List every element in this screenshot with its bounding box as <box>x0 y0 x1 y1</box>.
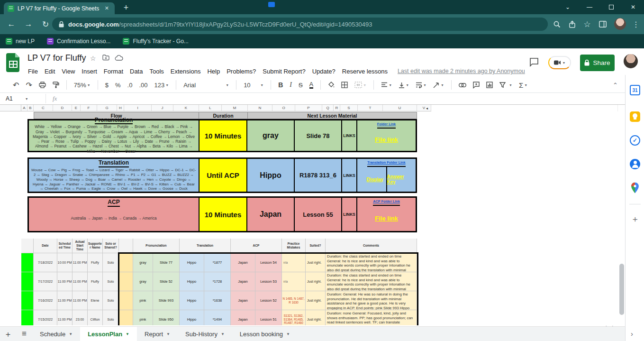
spacer-cell[interactable] <box>119 310 133 325</box>
zoom-select[interactable]: 75% ▼ <box>74 82 91 89</box>
translation-links-cell[interactable]: LINKS <box>342 159 357 192</box>
insert-comment-icon[interactable] <box>473 82 480 88</box>
history-header-cell[interactable]: Solo or Shared? <box>103 239 119 253</box>
history-header-cell[interactable]: Pronunciation <box>133 239 180 253</box>
column-header-C[interactable]: C <box>34 105 53 111</box>
join-call-button[interactable]: ▼ <box>548 56 571 69</box>
scheduled-time-cell[interactable]: 11:00 PM <box>57 291 73 310</box>
share-button[interactable]: Share <box>580 55 615 71</box>
pronunciation-links-cell[interactable]: LINKS <box>342 120 357 151</box>
column-header-N[interactable]: N <box>248 105 272 111</box>
pronunciation-file-link[interactable]: File link <box>375 129 398 151</box>
history-header-cell[interactable]: Practice Mistakes <box>282 239 306 253</box>
chrome-dropdown-icon[interactable]: ⌄ <box>557 0 579 14</box>
merge-cells-icon[interactable]: ▼ <box>354 82 366 88</box>
sheet-tab-lesson-booking[interactable]: Lesson booking▼ <box>232 327 298 341</box>
share-page-icon[interactable] <box>566 18 578 30</box>
solo-shared-cell[interactable]: Solo <box>103 291 119 310</box>
browser-profile-avatar[interactable] <box>614 18 626 30</box>
menu-submit-report[interactable]: Submit Report? <box>259 68 308 75</box>
sheet-canvas[interactable]: Flow Duration Next Lesson Material Pronu… <box>0 111 618 325</box>
column-header-E[interactable]: E <box>72 105 81 111</box>
spacer-cell[interactable] <box>119 253 133 272</box>
pron-slide-cell[interactable]: Slide 52 <box>153 272 180 291</box>
add-shortcut-icon[interactable] <box>102 55 109 62</box>
acp-sequence[interactable]: Australia → Japan → India → Canada → Ame… <box>69 207 158 231</box>
translation-slide-cell[interactable]: R1878 313_6 <box>295 159 342 192</box>
column-header-S[interactable]: S <box>340 105 358 111</box>
insert-chart-icon[interactable] <box>486 82 493 88</box>
row-highlight-cell[interactable] <box>21 272 34 291</box>
suited-cell[interactable]: Just right. <box>306 291 326 310</box>
text-color-button[interactable]: A <box>309 82 314 89</box>
date-cell[interactable]: 7/15/2022 <box>34 310 57 325</box>
comments-cell[interactable]: Duration: General: He was so natural in … <box>326 291 417 310</box>
all-sheets-icon[interactable]: ≡ <box>16 327 32 341</box>
increase-decimal-button[interactable]: .00 <box>139 82 147 89</box>
history-header-cell[interactable]: Date <box>34 239 57 253</box>
acp-file-link[interactable]: File link <box>375 206 398 231</box>
font-size-select[interactable]: 10▼ <box>244 82 263 89</box>
acp-title[interactable]: ACP <box>108 198 119 207</box>
trans-number-cell[interactable]: *1877 <box>204 253 231 272</box>
column-header-A[interactable]: A <box>21 105 27 111</box>
bookmark-star-icon[interactable]: ☆ <box>581 18 593 30</box>
sheet-tab-report[interactable]: Report▼ <box>137 327 178 341</box>
paint-format-icon[interactable] <box>53 82 59 88</box>
insert-link-icon[interactable] <box>459 83 466 87</box>
date-cell[interactable]: 7/17/2022 <box>34 272 57 291</box>
contacts-icon[interactable] <box>629 158 641 170</box>
solo-shared-cell[interactable]: Solo <box>103 272 119 291</box>
pron-color-cell[interactable]: pink <box>133 310 153 325</box>
pronunciation-value-cell[interactable]: gray <box>247 120 295 151</box>
menu-extensions[interactable]: Extensions <box>167 68 204 75</box>
last-edit-status[interactable]: Last edit was made 2 minutes ago by Anon… <box>398 68 525 74</box>
acp-country-cell[interactable]: Japan <box>231 291 255 310</box>
menu-help[interactable]: Help <box>204 68 223 75</box>
column-header-T[interactable]: T <box>358 105 383 111</box>
history-header-cell[interactable] <box>21 239 34 253</box>
scheduled-time-cell[interactable]: 10:00 PM <box>57 253 73 272</box>
text-wrap-icon[interactable]: ▼ <box>416 82 426 88</box>
pronunciation-sequence[interactable]: White → Yellow → Orange → Green → Blue →… <box>29 124 199 155</box>
close-button[interactable]: ✕ <box>622 0 644 14</box>
star-icon[interactable]: ☆ <box>90 55 96 62</box>
hide-side-panel-icon[interactable]: › <box>631 330 633 338</box>
sheet-tab-menu-icon[interactable]: ▼ <box>69 332 73 336</box>
text-rotation-icon[interactable]: ▼ <box>433 82 444 88</box>
calendar-icon[interactable]: 31 <box>629 84 641 96</box>
translation-title[interactable]: Translation <box>99 159 129 167</box>
acp-country-cell[interactable]: Japan <box>231 272 255 291</box>
column-header-V[interactable]: V <box>417 105 431 111</box>
side-panel-icon[interactable] <box>597 18 608 30</box>
minimize-button[interactable]: — <box>579 0 600 14</box>
history-header-cell[interactable]: ACP <box>231 239 282 253</box>
column-header-P[interactable]: P <box>295 105 322 111</box>
section-header-row[interactable]: Flow Duration Next Lesson Material <box>34 112 417 119</box>
sheet-tab-menu-icon[interactable]: ▼ <box>221 332 225 336</box>
reload-icon[interactable]: ↻ <box>40 18 51 30</box>
acp-duration-cell[interactable]: 10 Minutes <box>200 198 247 231</box>
spacer-cell[interactable] <box>119 272 133 291</box>
pron-slide-cell[interactable]: Slide 77 <box>153 253 180 272</box>
scheduled-time-cell[interactable]: 11:00 PM <box>57 272 73 291</box>
date-cell[interactable]: 7/16/2022 <box>34 291 57 310</box>
trans-name-cell[interactable]: Hippo <box>180 310 204 325</box>
trans-name-cell[interactable]: Hippo <box>180 272 204 291</box>
more-formats-button[interactable]: 123▼ <box>154 82 169 89</box>
url-bar[interactable]: docs.google.com/spreadsheets/d/1m79txYlY… <box>52 18 548 31</box>
sheet-tab-menu-icon[interactable]: ▼ <box>166 332 170 336</box>
cloud-saved-icon[interactable] <box>115 55 123 62</box>
hidden-columns-marker-icon[interactable]: ◂ <box>426 106 428 111</box>
suited-cell[interactable]: Just right. <box>306 272 326 291</box>
spacer-cell[interactable] <box>119 291 133 310</box>
browser-tab[interactable]: LP V7 for Fluffy - Google Sheets ✕ <box>4 2 115 14</box>
acp-lesson-cell[interactable]: Lesson 51 <box>255 310 282 325</box>
tasks-icon[interactable]: ✓ <box>629 135 641 146</box>
practice-mistakes-cell[interactable]: N 1485, N 1487, R 1630 <box>282 291 306 310</box>
bookmark-item[interactable]: new LP <box>6 38 35 45</box>
translation-display-link[interactable]: Display <box>364 167 387 192</box>
trans-name-cell[interactable]: Hippo <box>180 291 204 310</box>
document-title[interactable]: LP V7 for Fluffy <box>27 53 86 63</box>
fill-color-icon[interactable] <box>328 82 335 88</box>
